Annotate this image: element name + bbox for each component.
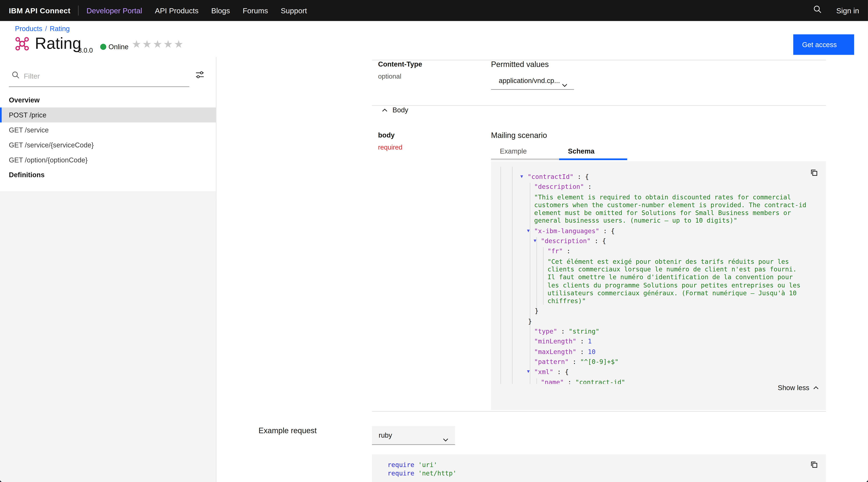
code-line: ▼"xml" : { <box>534 368 807 376</box>
page: IBM API Connect Developer PortalAPI Prod… <box>0 0 868 482</box>
code-line: require 'net/http' <box>388 469 457 477</box>
chevron-down-icon[interactable] <box>562 79 567 89</box>
nav-links: Developer PortalAPI ProductsBlogsForumsS… <box>87 6 307 14</box>
sidebar-nav: OverviewPOST /priceGET /serviceGET /serv… <box>0 92 216 182</box>
chevron-down-icon <box>443 434 448 444</box>
collapse-toggle-icon[interactable]: ▼ <box>527 227 530 235</box>
copy-icon[interactable] <box>810 168 818 179</box>
page-title: Rating <box>35 34 81 53</box>
code-line: "fr" : <box>548 247 807 255</box>
nav-link-api-products[interactable]: API Products <box>155 6 198 14</box>
code-line: "maxLength" : 10 <box>534 348 807 356</box>
nav-link-support[interactable]: Support <box>281 6 307 14</box>
copy-icon[interactable] <box>810 460 818 471</box>
scenario-title: Mailing scenario <box>491 131 547 140</box>
indent-guide <box>512 167 513 384</box>
code-line: } <box>528 317 807 325</box>
code-group: "description" :"This element is required… <box>530 183 807 384</box>
nav-link-blogs[interactable]: Blogs <box>211 6 230 14</box>
status-dot <box>100 44 106 50</box>
sidebar-footer <box>0 191 216 482</box>
sidebar-item-definitions: Definitions <box>0 167 216 182</box>
nav-link-forums[interactable]: Forums <box>243 6 268 14</box>
tabs: ExampleSchema <box>491 144 627 160</box>
body-section-toggle[interactable]: Body <box>382 107 408 114</box>
schema-code-lines: ▼"contractId" : {"description" :"This el… <box>528 173 807 384</box>
sidebar-item-get-service[interactable]: GET /service <box>0 122 216 138</box>
main-content: Content-Type optional Permitted values a… <box>216 57 868 482</box>
code-line: } <box>535 307 807 315</box>
code-line: ▼"contractId" : { <box>528 173 807 181</box>
filter-search-icon <box>11 71 20 82</box>
dropdown-underline <box>491 89 574 90</box>
divider <box>372 105 826 106</box>
code-line: "pattern" : "^[0-9]+$" <box>534 358 807 366</box>
get-access-button[interactable]: Get access <box>793 34 854 55</box>
api-logo-icon <box>14 36 30 54</box>
example-code: require 'uri'require 'net/http' <box>388 461 457 477</box>
code-line: ▼"x-ibm-languages" : { <box>534 227 807 235</box>
show-less-button[interactable]: Show less <box>778 384 819 392</box>
star-icon[interactable]: ★ <box>174 38 185 50</box>
star-icon[interactable]: ★ <box>153 38 163 50</box>
breadcrumb: Products/Rating <box>15 25 70 33</box>
collapse-toggle-icon[interactable]: ▼ <box>520 173 523 181</box>
nav-divider <box>78 5 79 16</box>
sidebar: OverviewPOST /priceGET /serviceGET /serv… <box>0 57 216 482</box>
rating-stars[interactable]: ★★★★★ <box>132 38 185 50</box>
tab-schema[interactable]: Schema <box>559 144 627 160</box>
body-param-label: body <box>378 131 395 139</box>
code-line: "minLength" : 1 <box>534 337 807 345</box>
breadcrumb-separator: / <box>45 25 47 33</box>
code-line: "Cet élément est exigé pour obtenir des … <box>548 258 807 305</box>
nav-link-developer-portal[interactable]: Developer Portal <box>87 6 142 14</box>
body-param-requirement: required <box>378 143 402 151</box>
code-group: "fr" :"Cet élément est exigé pour obteni… <box>543 247 807 305</box>
sidebar-item-get-service-servicecode[interactable]: GET /service/{serviceCode} <box>0 138 216 152</box>
permitted-values-label: Permitted values <box>491 60 549 69</box>
filter-settings-icon[interactable] <box>195 70 204 81</box>
status-badge: Online <box>108 43 129 51</box>
schema-code-block: ▼"contractId" : {"description" :"This el… <box>491 161 826 410</box>
api-version: 3.0.0 <box>78 47 93 54</box>
search-icon[interactable] <box>813 5 822 16</box>
example-request-title: Example request <box>258 426 317 435</box>
content-type-requirement: optional <box>378 73 401 81</box>
filter-underline <box>9 86 189 87</box>
filter-row <box>0 65 216 86</box>
star-icon[interactable]: ★ <box>142 38 153 50</box>
collapse-toggle-icon[interactable]: ▼ <box>527 368 530 376</box>
example-code-block: require 'uri'require 'net/http' <box>372 454 826 482</box>
breadcrumb-link-rating[interactable]: Rating <box>50 25 70 33</box>
star-icon[interactable]: ★ <box>132 38 142 50</box>
filter-input[interactable] <box>24 68 184 84</box>
sidebar-item-get-option-optioncode[interactable]: GET /option/{optionCode} <box>0 152 216 167</box>
code-line: "type" : "string" <box>534 327 807 335</box>
code-group: ▼"description" : {"fr" :"Cet élément est… <box>536 237 807 315</box>
chevron-up-icon <box>382 109 388 112</box>
sidebar-item-overview: Overview <box>0 92 216 108</box>
code-line: "This element is required to obtain disc… <box>534 193 807 225</box>
top-nav: IBM API Connect Developer PortalAPI Prod… <box>0 0 868 21</box>
schema-code: ▼"contractId" : {"description" :"This el… <box>491 161 826 384</box>
collapse-toggle-icon[interactable]: ▼ <box>534 237 536 245</box>
sign-in-button[interactable]: Sign in <box>836 6 859 14</box>
code-line: require 'uri' <box>388 461 457 469</box>
page-header: Products/Rating Rating 3.0.0 Online ★★ <box>0 21 868 57</box>
code-line: "name" : "contract-id" <box>541 378 807 384</box>
language-dropdown[interactable]: ruby <box>372 426 455 445</box>
code-line: ▼"description" : { <box>541 237 807 245</box>
chevron-up-icon <box>813 386 818 390</box>
brand-title: IBM API Connect <box>9 6 70 14</box>
breadcrumb-link-products[interactable]: Products <box>15 25 42 33</box>
nav-right: Sign in <box>813 5 859 16</box>
code-group: "name" : "contract-id" <box>536 378 807 384</box>
sidebar-item-post-price[interactable]: POST /price <box>0 108 216 122</box>
divider <box>372 60 826 60</box>
star-icon[interactable]: ★ <box>163 38 174 50</box>
tab-example[interactable]: Example <box>491 144 559 160</box>
code-line: "description" : <box>534 183 807 191</box>
divider <box>372 411 826 412</box>
indent-guide <box>500 167 501 384</box>
content-type-dropdown[interactable]: application/vnd.cp... <box>499 77 560 85</box>
